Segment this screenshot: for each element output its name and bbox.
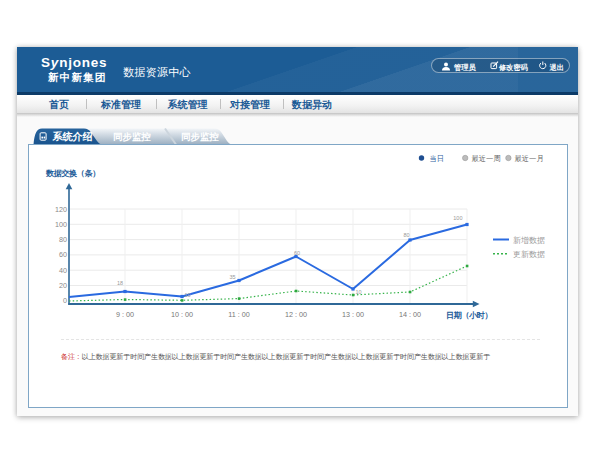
svg-text:18: 18 [117, 280, 123, 286]
svg-text:60: 60 [294, 250, 300, 256]
svg-text:100: 100 [453, 215, 462, 221]
svg-text:80: 80 [403, 232, 409, 238]
svg-text:80: 80 [59, 235, 67, 244]
svg-text:0: 0 [63, 296, 67, 305]
svg-text:日期（小时）: 日期（小时） [446, 311, 492, 320]
svg-text:10: 10 [356, 289, 362, 295]
svg-text:同步监控: 同步监控 [113, 131, 152, 142]
svg-text:20: 20 [59, 281, 67, 290]
svg-text:10 : 00: 10 : 00 [171, 310, 193, 319]
svg-text:数据交换（条）: 数据交换（条） [45, 169, 100, 178]
svg-text:12 : 00: 12 : 00 [285, 310, 307, 319]
svg-text:同步监控: 同步监控 [181, 131, 220, 142]
svg-text:更新数据: 更新数据 [513, 250, 545, 259]
svg-text:新增数据: 新增数据 [513, 236, 545, 245]
svg-text:9 : 00: 9 : 00 [116, 310, 134, 319]
svg-text:100: 100 [55, 220, 67, 229]
svg-text:120: 120 [55, 205, 67, 214]
svg-text:60: 60 [59, 250, 67, 259]
svg-text:35: 35 [229, 274, 235, 280]
svg-text:10: 10 [185, 292, 191, 298]
svg-text:13 : 00: 13 : 00 [342, 310, 364, 319]
svg-text:40: 40 [59, 266, 67, 275]
svg-text:14 : 00: 14 : 00 [399, 310, 421, 319]
svg-text:11 : 00: 11 : 00 [228, 310, 249, 319]
svg-text:系统介绍: 系统介绍 [52, 131, 93, 142]
